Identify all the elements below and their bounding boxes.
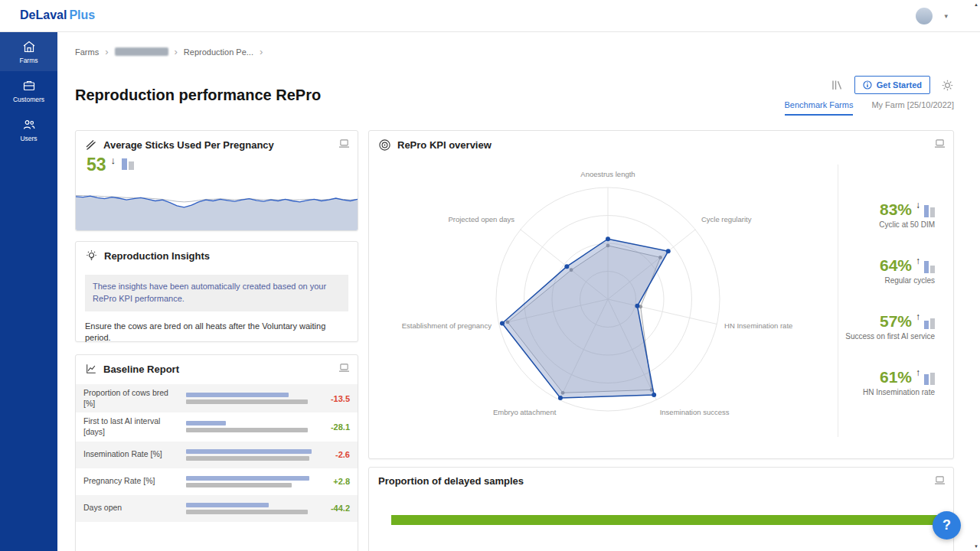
card-reproduction-insights: Reproduction Insights These insights hav…	[75, 241, 358, 342]
trend-up-icon: ↑	[916, 367, 920, 378]
svg-text:Establishment of pregnancy: Establishment of pregnancy	[402, 321, 492, 330]
help-label: ?	[942, 517, 951, 533]
kpi-label: HN Insemination rate	[820, 388, 935, 396]
report-icon[interactable]	[934, 138, 946, 152]
mini-bar-icon	[924, 204, 935, 217]
avatar[interactable]	[916, 8, 933, 24]
radar-kpi-stats: 83% ↓ Cyclic at 50 DIM 64% ↑ Regular cyc…	[820, 201, 935, 425]
farm-bar	[186, 476, 309, 481]
chevron-right-icon: ›	[175, 47, 178, 57]
header-actions: Get Started	[831, 76, 954, 94]
farm-icon	[22, 40, 36, 54]
trend-up-icon: ↑	[916, 311, 920, 322]
baseline-rows: Proportion of cows bred [%] -13.5 First …	[76, 384, 358, 522]
report-icon[interactable]	[338, 138, 350, 152]
trend-down-icon: ↓	[111, 155, 116, 166]
card-title: Proportion of delayed samples	[378, 475, 524, 487]
sidebar-item-farms[interactable]: Farms	[0, 32, 57, 71]
table-row: Insemination Rate [%] -2.6	[76, 442, 358, 468]
benchmark-bar	[186, 399, 308, 404]
card-title: Reproduction Insights	[104, 250, 210, 262]
kpi-value: 57%	[880, 313, 912, 329]
trend-up-icon: ↑	[916, 256, 920, 266]
chevron-down-icon[interactable]: ▾	[944, 12, 948, 20]
report-icon[interactable]	[934, 474, 946, 488]
svg-text:Cycle regularity: Cycle regularity	[701, 215, 752, 223]
insight-note: These insights have been automatically c…	[85, 275, 348, 311]
metric-bars	[186, 503, 312, 514]
kpi-stat: 57% ↑ Success on first AI service	[820, 313, 935, 341]
get-started-button[interactable]: Get Started	[854, 76, 930, 94]
svg-text:Embryo attachment: Embryo attachment	[493, 408, 557, 416]
scrollbar-up-arrow[interactable]: ▲	[974, 2, 978, 7]
radar-chart: Anoestrus lengthCycle regularityHN Insem…	[369, 146, 874, 456]
mini-bar-icon	[122, 156, 134, 170]
scrollbar-down-arrow[interactable]: ▼	[974, 544, 978, 549]
table-row: First to last AI interval [days] -28.1	[76, 412, 358, 441]
breadcrumb-item-farm-name-redacted[interactable]	[115, 47, 168, 56]
table-row: Days open -44.2	[76, 495, 358, 522]
sidebar-item-customers[interactable]: Customers	[0, 71, 57, 110]
benchmark-bar	[186, 510, 308, 514]
sidebar-item-label: Farms	[19, 57, 38, 64]
card-repro-kpi-overview: RePro KPI overview Anoestrus lengthCycle…	[368, 130, 954, 459]
farm-bar	[186, 421, 226, 425]
metric-bars	[186, 393, 312, 404]
briefcase-icon	[22, 79, 36, 93]
info-icon	[863, 80, 872, 90]
kpi-stat: 64% ↑ Regular cycles	[820, 257, 935, 285]
svg-text:HN Insemination rate: HN Insemination rate	[724, 321, 792, 330]
brand-plus: Plus	[69, 8, 95, 21]
benchmark-bar	[186, 428, 308, 432]
metric-bars	[186, 449, 312, 461]
card-header: Proportion of delayed samples	[369, 468, 953, 494]
metric-value: +2.8	[319, 477, 350, 486]
library-icon[interactable]	[831, 79, 844, 91]
mini-bar-icon	[924, 260, 935, 273]
sticks-sparkline-chart	[76, 177, 358, 230]
delayed-samples-bar-fill	[391, 515, 942, 525]
app-logo[interactable]: DeLavalPlus	[20, 8, 95, 22]
benchmark-bar	[186, 483, 292, 487]
breadcrumb: Farms › › Reproduction Pe... ›	[75, 47, 263, 57]
kpi-stat: 61% ↑ HN Insemination rate	[820, 369, 935, 396]
farm-bar	[186, 449, 312, 454]
help-button[interactable]: ?	[933, 511, 961, 540]
kpi-value: 83%	[880, 201, 912, 217]
kpi-value: 64%	[880, 257, 912, 273]
chevron-right-icon: ›	[260, 47, 263, 57]
tab-my-farm[interactable]: My Farm [25/10/2022]	[871, 100, 954, 116]
kpi-label: Success on first AI service	[820, 332, 935, 341]
lightbulb-icon	[85, 249, 98, 262]
kpi-value: 61%	[880, 369, 912, 385]
card-baseline-report: Baseline Report Proportion of cows bred …	[75, 354, 358, 551]
sidebar-item-label: Users	[20, 135, 37, 142]
sidebar-item-users[interactable]: Users	[0, 110, 57, 149]
gear-icon[interactable]	[941, 79, 954, 92]
farm-bar	[186, 393, 289, 397]
breadcrumb-item-farms[interactable]: Farms	[75, 47, 99, 57]
users-icon	[22, 118, 36, 132]
svg-text:Insemination success: Insemination success	[660, 408, 730, 416]
kpi-label: Cyclic at 50 DIM	[820, 220, 935, 229]
metric-value: -44.2	[319, 504, 350, 513]
tab-benchmark-farms[interactable]: Benchmark Farms	[785, 100, 854, 116]
breadcrumb-item-page[interactable]: Reproduction Pe...	[184, 47, 253, 57]
report-icon[interactable]	[338, 362, 350, 376]
card-header: Baseline Report	[76, 355, 358, 383]
metric-value: -13.5	[319, 394, 350, 403]
card-delayed-samples: Proportion of delayed samples	[368, 467, 954, 551]
mini-bar-icon	[924, 372, 935, 385]
get-started-label: Get Started	[877, 80, 922, 90]
card-title: Baseline Report	[103, 364, 179, 375]
line-chart-icon	[85, 363, 97, 375]
chevron-right-icon: ›	[105, 47, 108, 57]
metric-label: Proportion of cows bred [%]	[83, 388, 178, 409]
metric-label: First to last AI interval [days]	[83, 416, 178, 437]
page-title: Reproduction performance RePro	[75, 86, 321, 104]
trend-down-icon: ↓	[916, 200, 920, 210]
card-header: Reproduction Insights	[76, 242, 358, 270]
benchmark-bar	[186, 456, 309, 461]
metric-label: Insemination Rate [%]	[83, 449, 178, 460]
table-row: Pregnancy Rate [%] +2.8	[76, 468, 358, 495]
